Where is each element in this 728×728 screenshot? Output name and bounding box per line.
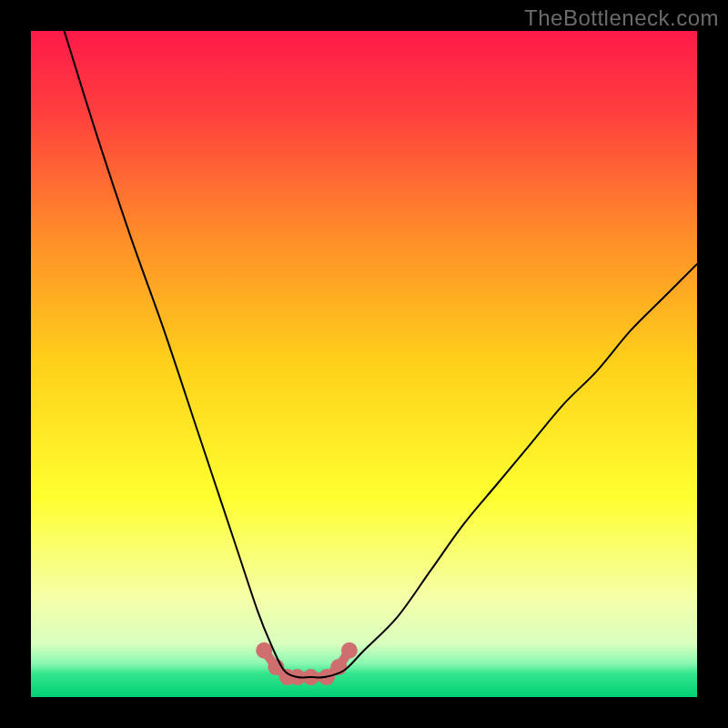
chart-svg — [31, 31, 697, 697]
chart-background — [31, 31, 697, 697]
trough-marker-dot — [341, 642, 358, 659]
plot-area — [31, 31, 697, 697]
trough-marker-dot — [256, 642, 272, 659]
watermark-text: TheBottleneck.com — [524, 5, 719, 31]
chart-frame: TheBottleneck.com — [0, 0, 728, 728]
